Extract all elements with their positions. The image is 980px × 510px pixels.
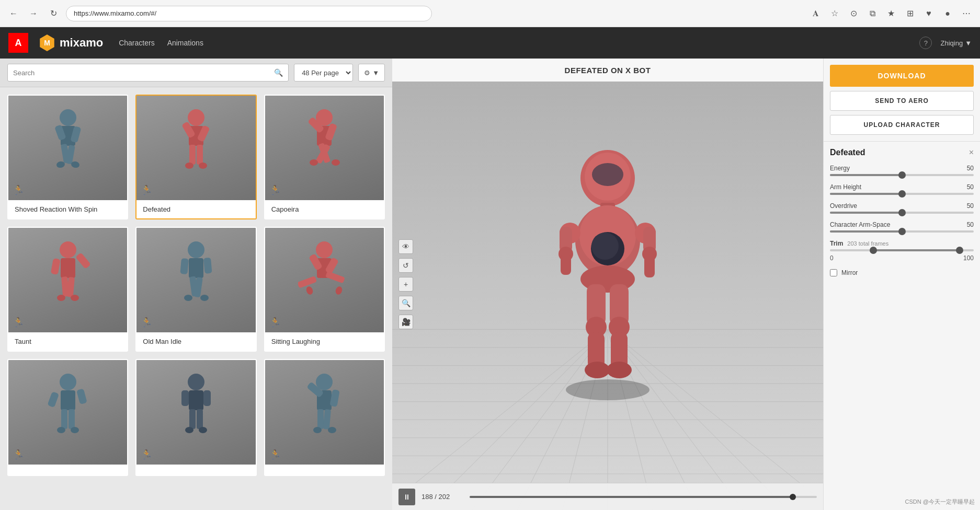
svg-point-38 bbox=[184, 295, 192, 301]
trim-start-thumb[interactable] bbox=[870, 247, 877, 254]
favorites-icon[interactable]: ★ bbox=[884, 6, 898, 21]
animation-type-icon-4: 🏃 bbox=[13, 317, 24, 328]
animation-type-icon-3: 🏃 bbox=[269, 184, 281, 196]
collections-icon[interactable]: ⊞ bbox=[903, 6, 917, 21]
mirror-checkbox[interactable] bbox=[830, 269, 837, 276]
param-overdrive-thumb[interactable] bbox=[898, 209, 906, 216]
animation-card-6[interactable]: 🏃 Sitting Laughing bbox=[264, 227, 385, 352]
search-icon[interactable]: 🔍 bbox=[274, 68, 283, 77]
param-arm-height-slider[interactable] bbox=[830, 193, 974, 195]
param-arm-height-thumb[interactable] bbox=[898, 190, 906, 198]
param-overdrive-value: 50 bbox=[967, 202, 974, 210]
nav-right: ? Zhiqing ▼ bbox=[919, 37, 972, 49]
animation-type-icon-8: 🏃 bbox=[141, 449, 152, 460]
animation-card-5[interactable]: 🏃 Old Man Idle bbox=[135, 227, 256, 352]
svg-point-40 bbox=[316, 241, 333, 258]
gear-icon: ⚙ bbox=[364, 69, 370, 77]
forward-button[interactable]: → bbox=[26, 6, 41, 21]
per-page-select[interactable]: 24 Per page 48 Per page 96 Per page bbox=[294, 64, 353, 82]
param-char-arm-space-label: Character Arm-Space bbox=[830, 221, 890, 228]
param-energy-value: 50 bbox=[967, 165, 974, 172]
pause-button[interactable]: ⏸ bbox=[398, 489, 415, 505]
animation-thumbnail-5: 🏃 bbox=[136, 228, 255, 332]
svg-rect-51 bbox=[76, 388, 87, 404]
extensions-icon[interactable]: ♥ bbox=[921, 6, 936, 21]
trim-end-thumb[interactable] bbox=[956, 247, 963, 254]
send-to-aero-button[interactable]: SEND TO AERO bbox=[830, 91, 974, 111]
playback-thumb[interactable] bbox=[790, 494, 796, 500]
add-icon-btn[interactable]: + bbox=[398, 277, 413, 292]
more-icon[interactable]: ⋯ bbox=[959, 6, 974, 21]
svg-rect-109 bbox=[644, 254, 655, 277]
svg-rect-57 bbox=[189, 390, 203, 410]
trim-values: 0 100 bbox=[830, 254, 974, 262]
nav-characters[interactable]: Characters bbox=[119, 37, 154, 49]
right-panel: DOWNLOAD SEND TO AERO UPLOAD CHARACTER D… bbox=[823, 59, 980, 510]
upload-character-button[interactable]: UPLOAD CHARACTER bbox=[830, 115, 974, 135]
svg-point-8 bbox=[188, 109, 204, 126]
svg-rect-58 bbox=[181, 390, 189, 406]
adobe-logo-text: A bbox=[15, 38, 22, 49]
animation-type-icon-1: 🏃 bbox=[13, 184, 24, 196]
param-char-arm-space-value: 50 bbox=[967, 221, 974, 228]
settings-button[interactable]: ⚙ ▼ bbox=[358, 64, 385, 82]
brand-name: mixamo bbox=[60, 36, 103, 50]
camera-icon-btn[interactable]: 👁 bbox=[398, 239, 413, 254]
svg-rect-68 bbox=[317, 409, 324, 429]
mirror-row: Mirror bbox=[830, 269, 974, 276]
user-menu[interactable]: Zhiqing ▼ bbox=[940, 39, 972, 47]
params-title: Defeated bbox=[830, 148, 865, 157]
svg-rect-27 bbox=[75, 252, 91, 269]
svg-point-71 bbox=[328, 427, 336, 433]
param-energy-thumb[interactable] bbox=[898, 171, 906, 179]
address-bar[interactable] bbox=[66, 6, 432, 21]
extension-icon[interactable]: ⊙ bbox=[846, 6, 861, 21]
frame-counter: 188 / 202 bbox=[421, 493, 463, 501]
help-button[interactable]: ? bbox=[919, 37, 932, 49]
undo-icon-btn[interactable]: ↺ bbox=[398, 258, 413, 273]
animation-card-7[interactable]: 🏃 bbox=[7, 359, 128, 476]
mirror-label: Mirror bbox=[841, 269, 858, 276]
animation-card-4[interactable]: 🏃 Taunt bbox=[7, 227, 128, 352]
animation-card-2[interactable]: 🏃 Defeated bbox=[135, 95, 256, 219]
download-button[interactable]: DOWNLOAD bbox=[830, 65, 974, 87]
svg-rect-44 bbox=[298, 276, 317, 288]
main-content: 🔍 24 Per page 48 Per page 96 Per page ⚙ … bbox=[0, 59, 980, 510]
animation-card-8[interactable]: 🏃 bbox=[135, 359, 256, 476]
param-overdrive: Overdrive 50 bbox=[830, 202, 974, 214]
back-button[interactable]: ← bbox=[6, 6, 21, 21]
svg-point-96 bbox=[592, 163, 623, 186]
search-box: 🔍 bbox=[7, 64, 289, 82]
video-icon-btn[interactable]: 🎥 bbox=[398, 315, 413, 329]
splitscreen-icon[interactable]: ⧉ bbox=[865, 6, 880, 21]
param-char-arm-space-label-row: Character Arm-Space 50 bbox=[830, 221, 974, 228]
svg-point-62 bbox=[185, 427, 193, 433]
svg-point-23 bbox=[332, 159, 340, 166]
svg-rect-12 bbox=[189, 145, 196, 165]
search-input[interactable] bbox=[13, 69, 270, 77]
zoom-icon-btn[interactable]: 🔍 bbox=[398, 296, 413, 310]
bookmark-icon[interactable]: ☆ bbox=[827, 6, 842, 21]
param-char-arm-space-fill bbox=[830, 230, 902, 233]
param-char-arm-space-thumb[interactable] bbox=[898, 228, 906, 235]
trim-range-slider[interactable] bbox=[830, 249, 974, 251]
nav-animations[interactable]: Animations bbox=[167, 37, 203, 49]
svg-point-24 bbox=[60, 241, 76, 258]
trim-label: Trim bbox=[830, 240, 843, 247]
frame-separator: / bbox=[435, 493, 438, 501]
user-name: Zhiqing bbox=[940, 39, 963, 47]
reader-mode-icon[interactable]: 𝐀 bbox=[808, 6, 823, 21]
param-char-arm-space-slider[interactable] bbox=[830, 230, 974, 233]
animation-card-3[interactable]: 🏃 Capoeira bbox=[264, 95, 385, 219]
animation-card-9[interactable]: 🏃 bbox=[264, 359, 385, 476]
param-energy-slider[interactable] bbox=[830, 174, 974, 176]
params-close-icon[interactable]: × bbox=[969, 148, 974, 157]
profile-icon[interactable]: ● bbox=[940, 6, 955, 21]
svg-point-0 bbox=[60, 109, 76, 126]
param-arm-height-label: Arm Height bbox=[830, 183, 861, 191]
refresh-button[interactable]: ↻ bbox=[46, 6, 61, 21]
animation-card-1[interactable]: 🏃 Shoved Reaction With Spin bbox=[7, 95, 128, 219]
param-overdrive-slider[interactable] bbox=[830, 212, 974, 214]
playback-slider[interactable] bbox=[470, 496, 817, 498]
param-overdrive-fill bbox=[830, 212, 902, 214]
